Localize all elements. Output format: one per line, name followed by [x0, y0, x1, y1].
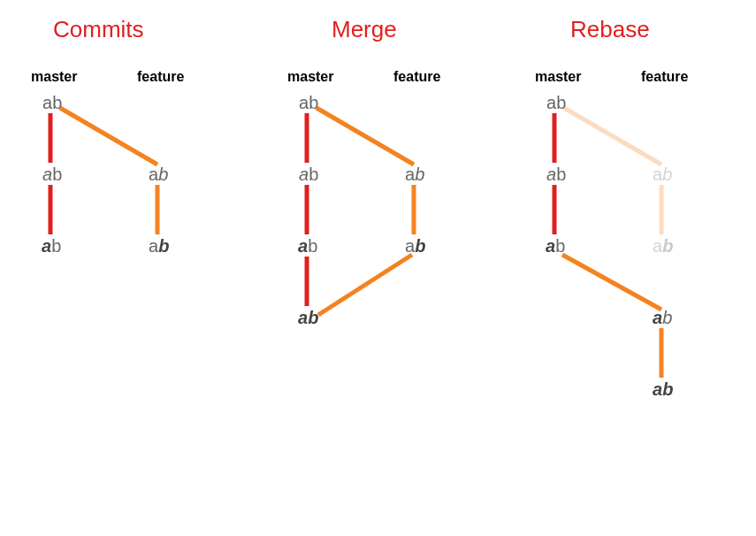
- rebase-f-new-1: ab: [653, 309, 672, 326]
- svg-line-14: [562, 255, 661, 310]
- commits-f-2: ab: [149, 237, 169, 255]
- commits-m-3: ab: [42, 237, 61, 255]
- rebase-f-new-2: ab: [653, 380, 673, 398]
- merge-f-1: ab: [405, 165, 424, 183]
- rebase-m-3: ab: [546, 237, 565, 255]
- svg-line-12: [564, 108, 661, 165]
- rebase-f-old-2: ab: [653, 237, 673, 255]
- merge-m-2: ab: [299, 165, 318, 183]
- merge-feature-label: feature: [393, 69, 440, 85]
- commits-m-1: ab: [42, 94, 62, 111]
- title-merge: Merge: [332, 16, 397, 43]
- commits-f-1: ab: [149, 165, 168, 183]
- commits-m-2: ab: [42, 165, 62, 183]
- svg-line-7: [317, 108, 414, 165]
- merge-m-4-merge: ab: [298, 309, 318, 326]
- rebase-m-1: ab: [546, 94, 566, 111]
- merge-f-2: ab: [405, 237, 425, 255]
- title-commits: Commits: [53, 16, 144, 43]
- merge-master-label: master: [287, 69, 333, 85]
- rebase-m-2: ab: [546, 165, 566, 183]
- title-rebase: Rebase: [570, 16, 650, 43]
- merge-m-3: ab: [298, 237, 317, 255]
- svg-line-9: [318, 255, 412, 315]
- rebase-f-old-1: ab: [653, 165, 672, 183]
- svg-line-2: [60, 108, 157, 165]
- commits-master-label: master: [31, 69, 77, 85]
- commits-feature-label: feature: [137, 69, 184, 85]
- merge-m-1: ab: [299, 94, 318, 111]
- rebase-feature-label: feature: [641, 69, 688, 85]
- rebase-master-label: master: [535, 69, 581, 85]
